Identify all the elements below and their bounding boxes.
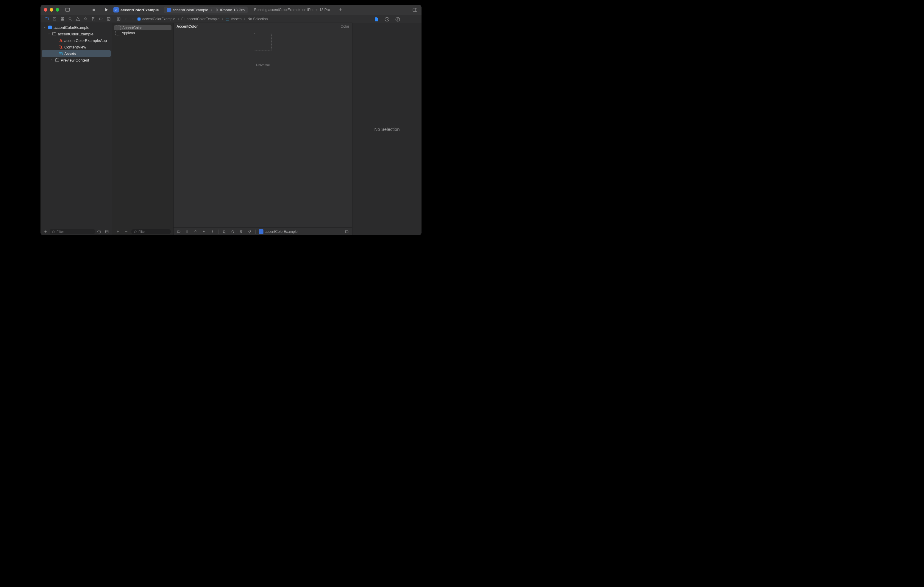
navigator: accentColorExample accentColorExample ac…	[41, 23, 112, 235]
debug-process-selector[interactable]: accentColorExample	[259, 229, 298, 234]
scm-filter-button[interactable]	[104, 229, 110, 235]
run-button[interactable]	[102, 6, 111, 13]
crumb-no-selection[interactable]: No Selection	[248, 17, 267, 21]
chevron-down-icon[interactable]	[43, 26, 46, 29]
step-out-button[interactable]	[209, 229, 215, 235]
project-tree: accentColorExample accentColorExample ac…	[41, 23, 112, 228]
source-control-navigator-tab[interactable]	[51, 16, 58, 22]
remove-asset-button[interactable]	[123, 229, 129, 235]
environment-overrides-button[interactable]	[238, 229, 244, 235]
history-inspector-tab[interactable]	[384, 16, 389, 22]
project-title: accentColorExample	[114, 7, 159, 13]
find-navigator-tab[interactable]	[66, 16, 74, 22]
asset-canvas: AccentColor Color Universal	[173, 23, 353, 235]
asset-list: AccentColor AppIcon Filter	[112, 23, 173, 235]
asset-type-label: Color	[340, 25, 349, 28]
asset-label: AccentColor	[122, 26, 142, 30]
step-over-button[interactable]	[193, 229, 198, 235]
file-label: Assets	[64, 51, 76, 56]
debug-view-hierarchy-button[interactable]	[221, 229, 228, 235]
zoom-window-button[interactable]	[56, 8, 59, 12]
assets-icon	[225, 17, 229, 21]
add-asset-button[interactable]	[115, 229, 121, 235]
file-label: ContentView	[64, 45, 86, 49]
svg-point-57	[212, 230, 213, 231]
pause-button[interactable]	[184, 229, 190, 235]
crumb-group[interactable]: accentColorExample	[181, 17, 225, 21]
toggle-breakpoints-button[interactable]	[176, 229, 182, 235]
svg-rect-3	[216, 8, 217, 11]
go-forward-button[interactable]	[130, 16, 136, 22]
tree-group-label: accentColorExample	[58, 32, 94, 36]
project-name-label: accentColorExample	[120, 8, 159, 12]
inspector-empty-label: No Selection	[374, 127, 399, 132]
asset-item-appicon[interactable]: AppIcon	[112, 30, 173, 35]
project-navigator-tab[interactable]	[43, 16, 51, 22]
svg-point-53	[197, 232, 197, 232]
well-label: Universal	[256, 63, 270, 67]
svg-rect-58	[223, 230, 225, 232]
inspector-tabs	[353, 15, 421, 23]
chevron-right-icon	[210, 8, 213, 12]
asset-title: AccentColor	[177, 25, 198, 28]
related-items-button[interactable]	[116, 16, 122, 22]
step-into-button[interactable]	[201, 229, 207, 235]
color-well-universal[interactable]	[254, 33, 272, 51]
recent-files-button[interactable]	[96, 229, 102, 235]
scheme-selector[interactable]: accentColorExample iPhone 13 Pro	[164, 7, 248, 13]
appicon-asset-icon	[115, 31, 120, 35]
folder-icon	[52, 31, 56, 36]
quick-help-inspector-tab[interactable]	[395, 16, 400, 22]
minimize-window-button[interactable]	[50, 8, 53, 12]
svg-rect-63	[345, 230, 348, 233]
svg-rect-59	[224, 231, 226, 233]
test-navigator-tab[interactable]	[82, 16, 89, 22]
well-divider	[245, 60, 281, 60]
add-file-button[interactable]	[42, 229, 49, 235]
asset-item-accentcolor[interactable]: AccentColor	[114, 25, 172, 30]
close-window-button[interactable]	[44, 8, 47, 12]
tree-file-assets[interactable]: Assets	[42, 50, 111, 57]
asset-filter-input[interactable]: Filter	[131, 229, 171, 234]
breakpoint-navigator-tab[interactable]	[97, 16, 105, 22]
chevron-right-icon[interactable]	[50, 59, 54, 62]
device-icon	[215, 8, 218, 12]
toggle-debug-area-button[interactable]	[344, 229, 350, 235]
debug-navigator-tab[interactable]	[89, 16, 97, 22]
navigator-filter-input[interactable]: Filter	[50, 229, 95, 234]
toggle-inspector-button[interactable]	[411, 6, 419, 13]
report-navigator-tab[interactable]	[105, 16, 112, 22]
new-tab-button[interactable]	[337, 6, 345, 13]
tree-group[interactable]: accentColorExample	[41, 31, 112, 37]
navigator-tabs	[41, 16, 114, 22]
debug-memory-button[interactable]	[230, 229, 236, 235]
xcodeproj-icon	[48, 25, 53, 30]
tree-root[interactable]: accentColorExample	[41, 24, 112, 31]
tree-file-app[interactable]: accentColorExampleApp	[41, 37, 112, 44]
asset-label: AppIcon	[122, 31, 135, 35]
file-inspector-tab[interactable]	[374, 16, 379, 22]
issue-navigator-tab[interactable]	[74, 16, 82, 22]
toggle-navigator-button[interactable]	[63, 6, 72, 13]
tree-file-contentview[interactable]: ContentView	[41, 44, 112, 50]
assets-icon	[58, 51, 63, 56]
app-icon	[259, 229, 264, 234]
crumb-assets[interactable]: Assets	[225, 17, 247, 21]
swift-file-icon	[58, 38, 63, 43]
simulate-location-button[interactable]	[246, 229, 252, 235]
stop-button[interactable]	[90, 6, 98, 13]
symbol-navigator-tab[interactable]	[58, 16, 66, 22]
scheme-target-label: accentColorExample	[173, 8, 208, 12]
svg-line-15	[71, 20, 71, 21]
crumb-project[interactable]: accentColorExample	[137, 17, 181, 21]
svg-point-61	[241, 230, 243, 231]
svg-rect-24	[119, 19, 120, 20]
chevron-down-icon[interactable]	[47, 33, 51, 35]
color-asset-icon	[116, 26, 120, 30]
tree-folder-preview-content[interactable]: Preview Content	[41, 57, 112, 63]
app-icon	[137, 17, 141, 21]
go-back-button[interactable]	[123, 16, 129, 22]
asset-list-bottom-bar: Filter	[112, 228, 173, 235]
filter-icon	[134, 230, 137, 233]
xcode-window: accentColorExample accentColorExample iP…	[41, 5, 421, 235]
